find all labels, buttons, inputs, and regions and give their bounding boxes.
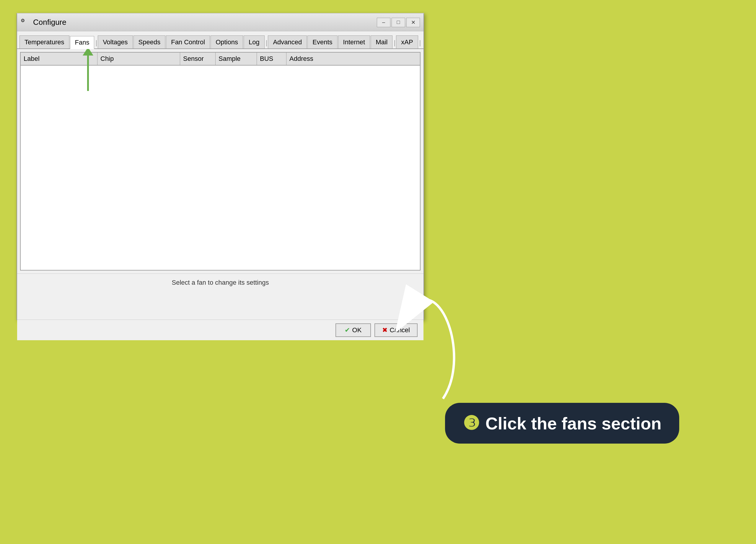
tab-advanced[interactable]: Advanced: [268, 35, 307, 48]
cancel-button[interactable]: ✖ Cancel: [374, 323, 418, 337]
title-bar: ⚙ Configure – □ ✕: [17, 14, 423, 31]
tab-xap[interactable]: xAP: [396, 35, 418, 48]
tab-fan-control[interactable]: Fan Control: [166, 35, 210, 48]
maximize-button[interactable]: □: [392, 18, 405, 27]
window-title: Configure: [33, 18, 66, 27]
status-text: Select a fan to change its settings: [172, 279, 269, 286]
tab-bar: Temperatures Fans | Voltages Speeds Fan …: [17, 31, 423, 49]
bottom-buttons: ✔ ✔ OK OK ✖ Cancel: [17, 320, 423, 340]
ok-icon: ✔: [345, 326, 350, 334]
tab-options[interactable]: Options: [211, 35, 243, 48]
instruction-tooltip: ❸ Click the fans section: [445, 403, 679, 444]
col-sample: Sample: [216, 53, 257, 65]
tab-events[interactable]: Events: [307, 35, 337, 48]
tab-mail[interactable]: Mail: [371, 35, 392, 48]
instruction-text: Click the fans section: [485, 413, 661, 433]
tab-speeds[interactable]: Speeds: [133, 35, 166, 48]
col-bus: BUS: [257, 53, 286, 65]
close-button[interactable]: ✕: [406, 18, 420, 27]
tab-internet[interactable]: Internet: [338, 35, 370, 48]
fans-table: Label Chip Sensor Sample BUS Address: [20, 52, 421, 271]
table-body[interactable]: [21, 66, 420, 268]
minimize-button[interactable]: –: [377, 18, 390, 27]
col-sensor: Sensor: [180, 53, 216, 65]
configure-dialog: ⚙ Configure – □ ✕ Temperatures Fans | Vo…: [17, 13, 424, 320]
tab-log[interactable]: Log: [244, 35, 265, 48]
col-chip: Chip: [97, 53, 180, 65]
app-icon: ⚙: [21, 18, 30, 27]
status-bar: Select a fan to change its settings: [17, 273, 423, 291]
tab-voltages[interactable]: Voltages: [98, 35, 133, 48]
table-header: Label Chip Sensor Sample BUS Address: [21, 53, 420, 66]
tab-fans[interactable]: Fans: [70, 36, 95, 49]
step-number: ❸: [463, 412, 480, 434]
tab-temperatures[interactable]: Temperatures: [19, 35, 69, 48]
col-address: Address: [286, 53, 334, 65]
cancel-icon: ✖: [382, 326, 387, 334]
ok-button[interactable]: ✔ ✔ OK OK: [335, 323, 371, 337]
dialog-content: Label Chip Sensor Sample BUS Address Sel…: [17, 49, 423, 320]
arrow-shaft: [87, 56, 89, 91]
fans-tab-arrow: [83, 47, 93, 91]
